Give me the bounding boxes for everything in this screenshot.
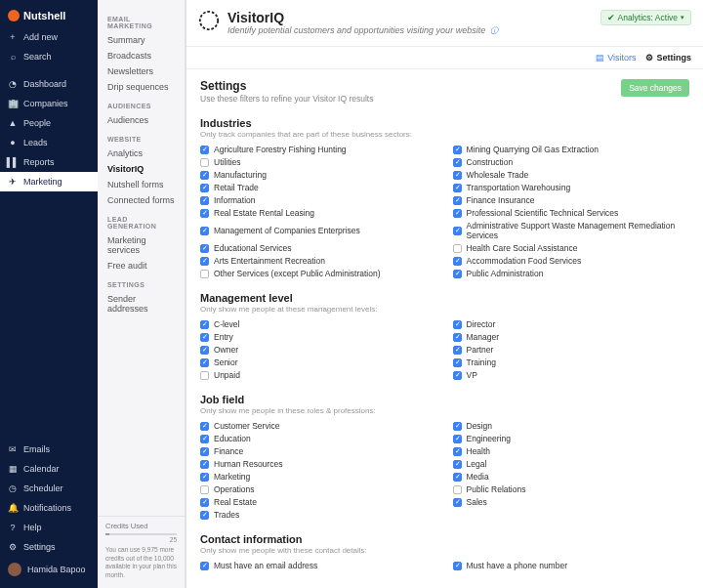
checkbox-icon[interactable] <box>453 158 462 167</box>
midbar-item-visitoriq[interactable]: VisitorIQ <box>98 161 185 177</box>
checkbox-icon[interactable] <box>200 320 209 329</box>
sidebar-item-settings[interactable]: ⚙Settings <box>0 537 98 557</box>
checkbox-row[interactable]: Must have a phone number <box>453 561 690 570</box>
checkbox-row[interactable]: Human Resources <box>200 459 437 469</box>
checkbox-row[interactable]: Agriculture Forestry Fishing Hunting <box>200 145 437 154</box>
checkbox-icon[interactable] <box>453 346 462 355</box>
checkbox-icon[interactable] <box>453 171 462 180</box>
sidebar-item-calendar[interactable]: ▦Calendar <box>0 459 98 479</box>
checkbox-row[interactable]: Marketing <box>200 472 437 482</box>
checkbox-row[interactable]: Mining Quarrying Oil Gas Extraction <box>453 145 690 154</box>
checkbox-icon[interactable] <box>453 257 462 266</box>
checkbox-row[interactable]: Manager <box>453 332 690 342</box>
checkbox-icon[interactable] <box>200 371 209 380</box>
checkbox-row[interactable]: Owner <box>200 345 437 355</box>
checkbox-icon[interactable] <box>200 358 209 367</box>
checkbox-row[interactable]: Media <box>453 472 690 482</box>
checkbox-row[interactable]: Wholesale Trade <box>453 170 690 180</box>
sidebar-item-companies[interactable]: 🏢Companies <box>0 94 98 113</box>
midbar-item-sender-addresses[interactable]: Sender addresses <box>98 291 185 316</box>
checkbox-icon[interactable] <box>200 435 209 443</box>
checkbox-icon[interactable] <box>453 358 462 367</box>
checkbox-row[interactable]: Information <box>200 195 437 205</box>
checkbox-icon[interactable] <box>200 422 209 431</box>
checkbox-row[interactable]: Legal <box>453 459 690 469</box>
midbar-item-marketing-services[interactable]: Marketing services <box>98 232 185 258</box>
checkbox-icon[interactable] <box>200 473 209 482</box>
checkbox-icon[interactable] <box>200 447 209 456</box>
search-button[interactable]: ⌕ Search <box>0 47 98 66</box>
checkbox-icon[interactable] <box>453 447 462 456</box>
analytics-status-badge[interactable]: ✔ Analytics: Active <box>600 10 691 25</box>
checkbox-row[interactable]: Health <box>453 446 690 456</box>
checkbox-icon[interactable] <box>453 333 462 342</box>
checkbox-row[interactable]: Arts Entertainment Recreation <box>200 256 437 266</box>
sidebar-item-scheduler[interactable]: ◷Scheduler <box>0 479 98 498</box>
brand[interactable]: Nutshell <box>0 6 98 27</box>
checkbox-icon[interactable] <box>200 209 209 218</box>
checkbox-icon[interactable] <box>453 498 462 507</box>
checkbox-row[interactable]: Educational Services <box>200 243 437 253</box>
checkbox-row[interactable]: Director <box>453 319 690 329</box>
checkbox-icon[interactable] <box>200 227 209 235</box>
sidebar-item-marketing[interactable]: ✈Marketing <box>0 172 98 191</box>
checkbox-icon[interactable] <box>453 227 462 235</box>
checkbox-icon[interactable] <box>200 562 209 570</box>
checkbox-icon[interactable] <box>200 257 209 266</box>
checkbox-icon[interactable] <box>453 209 462 218</box>
checkbox-icon[interactable] <box>200 184 209 192</box>
checkbox-icon[interactable] <box>453 146 462 154</box>
checkbox-row[interactable]: Unpaid <box>200 370 437 380</box>
midbar-item-free-audit[interactable]: Free audit <box>98 258 185 273</box>
sidebar-item-people[interactable]: ▲People <box>0 113 98 133</box>
checkbox-row[interactable]: VP <box>453 370 690 380</box>
checkbox-row[interactable]: Customer Service <box>200 421 437 431</box>
checkbox-row[interactable]: Sales <box>453 497 690 507</box>
checkbox-row[interactable]: Professional Scientific Technical Servic… <box>453 208 690 218</box>
checkbox-icon[interactable] <box>453 562 462 570</box>
checkbox-icon[interactable] <box>200 196 209 205</box>
checkbox-row[interactable]: Retail Trade <box>200 183 437 192</box>
checkbox-icon[interactable] <box>200 270 209 278</box>
checkbox-icon[interactable] <box>453 371 462 380</box>
checkbox-icon[interactable] <box>200 171 209 180</box>
checkbox-icon[interactable] <box>200 460 209 469</box>
checkbox-icon[interactable] <box>200 511 209 520</box>
checkbox-row[interactable]: Other Services (except Public Administra… <box>200 269 437 278</box>
checkbox-row[interactable]: Finance <box>200 446 437 456</box>
checkbox-row[interactable]: Utilities <box>200 157 437 167</box>
checkbox-icon[interactable] <box>200 244 209 253</box>
checkbox-icon[interactable] <box>200 146 209 154</box>
add-new-button[interactable]: + Add new <box>0 27 98 47</box>
checkbox-icon[interactable] <box>453 460 462 469</box>
checkbox-row[interactable]: C-level <box>200 319 437 329</box>
checkbox-icon[interactable] <box>453 485 462 494</box>
checkbox-row[interactable]: Engineering <box>453 434 690 443</box>
checkbox-row[interactable]: Education <box>200 434 437 443</box>
sidebar-item-notifications[interactable]: 🔔Notifications <box>0 498 98 518</box>
midbar-item-connected-forms[interactable]: Connected forms <box>98 192 185 208</box>
checkbox-row[interactable]: Partner <box>453 345 690 355</box>
sidebar-item-help[interactable]: ?Help <box>0 518 98 537</box>
checkbox-row[interactable]: Management of Companies Enterprises <box>200 221 437 240</box>
midbar-item-broadcasts[interactable]: Broadcasts <box>98 48 185 63</box>
checkbox-icon[interactable] <box>200 485 209 494</box>
sidebar-item-dashboard[interactable]: ◔Dashboard <box>0 74 98 94</box>
checkbox-row[interactable]: Health Care Social Assistance <box>453 243 690 253</box>
checkbox-row[interactable]: Public Administration <box>453 269 690 278</box>
midbar-item-summary[interactable]: Summary <box>98 32 185 48</box>
checkbox-row[interactable]: Training <box>453 357 690 367</box>
midbar-item-analytics[interactable]: Analytics <box>98 146 185 161</box>
checkbox-row[interactable]: Design <box>453 421 690 431</box>
checkbox-row[interactable]: Transportation Warehousing <box>453 183 690 192</box>
midbar-item-newsletters[interactable]: Newsletters <box>98 63 185 79</box>
checkbox-row[interactable]: Accommodation Food Services <box>453 256 690 266</box>
checkbox-row[interactable]: Real Estate Rental Leasing <box>200 208 437 218</box>
checkbox-row[interactable]: Entry <box>200 332 437 342</box>
checkbox-icon[interactable] <box>453 422 462 431</box>
midbar-item-nutshell-forms[interactable]: Nutshell forms <box>98 177 185 192</box>
midbar-item-drip-sequences[interactable]: Drip sequences <box>98 79 185 95</box>
checkbox-row[interactable]: Finance Insurance <box>453 195 690 205</box>
checkbox-icon[interactable] <box>200 158 209 167</box>
checkbox-icon[interactable] <box>453 320 462 329</box>
